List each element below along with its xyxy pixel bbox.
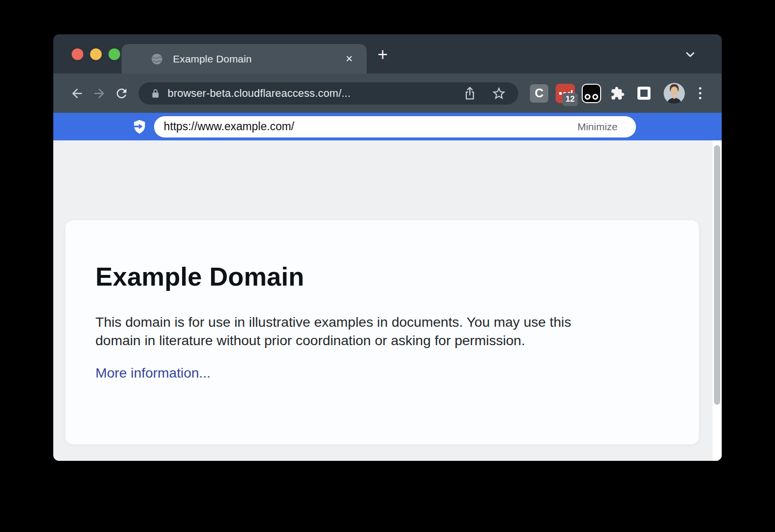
extension-red-dots-icon: 12 xyxy=(556,84,575,103)
browser-menu-button[interactable] xyxy=(689,82,711,105)
minimize-window-button[interactable] xyxy=(90,48,102,60)
scrollbar-thumb[interactable] xyxy=(714,145,720,405)
extension-red-button[interactable]: 12 xyxy=(552,80,578,106)
omnibox-url[interactable]: browser-beta.cloudflareaccess.com/... xyxy=(168,87,449,100)
body-line: This domain is for use in illustrative e… xyxy=(95,313,669,331)
shield-arrow-icon xyxy=(131,118,148,136)
page-body: This domain is for use in illustrative e… xyxy=(95,313,669,350)
body-line: domain in literature without prior coord… xyxy=(95,331,669,350)
browser-window: Example Domain ✕ + xyxy=(53,34,722,461)
forward-button[interactable] xyxy=(88,82,110,105)
side-panel-icon xyxy=(637,87,651,100)
extension-badge: 12 xyxy=(562,93,578,106)
back-button[interactable] xyxy=(66,82,88,105)
address-bar[interactable]: browser-beta.cloudflareaccess.com/... xyxy=(139,82,518,105)
extension-c-icon: C xyxy=(530,84,548,103)
extension-black-button[interactable] xyxy=(578,80,604,106)
desktop-background: Example Domain ✕ + xyxy=(0,0,775,532)
lock-icon xyxy=(150,88,161,99)
scrollbar-track[interactable] xyxy=(713,140,722,461)
reload-icon xyxy=(114,86,129,101)
reload-button[interactable] xyxy=(110,82,133,105)
kebab-menu-icon xyxy=(699,87,701,90)
browser-toolbar: browser-beta.cloudflareaccess.com/... C xyxy=(53,74,722,113)
tab-example-domain[interactable]: Example Domain ✕ xyxy=(122,44,367,74)
extensions-menu-button[interactable] xyxy=(604,80,631,106)
content-card: Example Domain This domain is for use in… xyxy=(65,220,699,444)
zoom-window-button[interactable] xyxy=(108,48,120,60)
extension-goggles-icon xyxy=(582,84,601,103)
bookmark-star-icon[interactable] xyxy=(491,86,507,101)
window-controls xyxy=(72,34,120,74)
share-icon[interactable] xyxy=(462,86,478,101)
tab-title: Example Domain xyxy=(173,53,343,65)
back-arrow-icon xyxy=(70,86,84,101)
page-title: Example Domain xyxy=(95,262,669,291)
tab-strip: Example Domain ✕ + xyxy=(53,34,722,74)
tab-close-icon[interactable]: ✕ xyxy=(343,52,355,65)
puzzle-piece-icon xyxy=(610,86,625,101)
globe-favicon-icon xyxy=(151,53,163,65)
extension-c-button[interactable]: C xyxy=(526,80,552,106)
isolated-url-text[interactable]: https://www.example.com/ xyxy=(164,120,577,133)
minimize-bar-button[interactable]: Minimize xyxy=(577,121,618,133)
isolation-url-bar: https://www.example.com/ Minimize xyxy=(53,113,722,140)
forward-arrow-icon xyxy=(92,86,107,101)
page-viewport: Example Domain This domain is for use in… xyxy=(53,140,722,461)
new-tab-button[interactable]: + xyxy=(373,45,392,64)
side-panel-button[interactable] xyxy=(631,80,657,106)
close-window-button[interactable] xyxy=(72,48,83,60)
profile-avatar[interactable] xyxy=(664,83,685,104)
isolated-url-field[interactable]: https://www.example.com/ Minimize xyxy=(154,116,636,137)
more-information-link[interactable]: More information... xyxy=(95,365,211,381)
tab-search-chevron-icon[interactable] xyxy=(684,48,697,61)
